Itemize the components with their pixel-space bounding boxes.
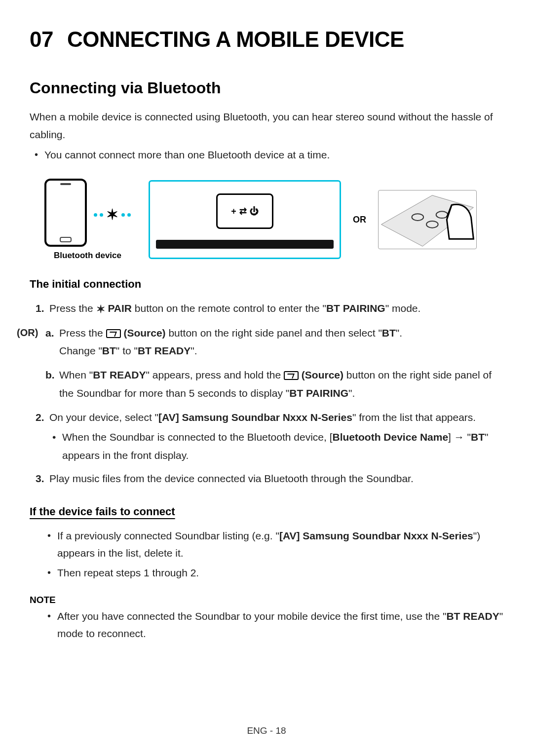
note-bullet: After you have connected the Soundbar to… xyxy=(57,607,503,643)
chapter-number: 07 xyxy=(30,27,53,51)
intro-text: When a mobile device is connected using … xyxy=(30,108,503,143)
step-2-bullets: When the Soundbar is connected to the Bl… xyxy=(49,428,503,465)
step-3: 3. Play music files from the device conn… xyxy=(49,470,503,488)
bluetooth-signal-icon: ✶ xyxy=(94,207,131,222)
bluetooth-device-illustration: ✶ Bluetooth device xyxy=(44,179,131,261)
source-icon xyxy=(106,329,121,338)
intro-bullet-list: You cannot connect more than one Bluetoo… xyxy=(30,146,503,164)
or-sub-steps: a. Press the (Source) button on the righ… xyxy=(45,324,503,403)
step-1: 1. Press the ✶ PAIR button on the remote… xyxy=(49,300,503,319)
phone-icon xyxy=(44,179,87,247)
bluetooth-pair-icon: ✶ xyxy=(96,300,105,319)
step-a: a. Press the (Source) button on the righ… xyxy=(59,324,503,361)
chapter-title-text: CONNECTING A MOBILE DEVICE xyxy=(67,27,404,51)
note-label: NOTE xyxy=(30,595,503,605)
document-page: 07CONNECTING A MOBILE DEVICE Connecting … xyxy=(0,0,533,643)
initial-connection-heading: The initial connection xyxy=(30,278,503,291)
chapter-title: 07CONNECTING A MOBILE DEVICE xyxy=(30,27,503,52)
bluetooth-device-caption: Bluetooth device xyxy=(54,251,121,261)
connection-diagram: ✶ Bluetooth device + ⇄ ⏻ OR xyxy=(30,179,503,261)
page-footer: ENG - 18 xyxy=(0,725,533,736)
tv-icon: + ⇄ ⏻ xyxy=(216,193,273,229)
side-panel-touch-illustration xyxy=(378,190,477,249)
section-title: Connecting via Bluetooth xyxy=(30,79,503,97)
or-marker: (OR) xyxy=(17,324,38,341)
source-icon: ⇄ xyxy=(239,206,247,217)
step-or: (OR) a. Press the (Source) button on the… xyxy=(49,324,503,403)
step-b: b. When "BT READY" appears, press and ho… xyxy=(59,366,503,403)
fails-list: If a previously connected Soundbar listi… xyxy=(30,527,503,582)
or-label: OR xyxy=(353,215,366,225)
note-list: After you have connected the Soundbar to… xyxy=(30,607,503,643)
soundbar-icon xyxy=(156,240,334,249)
source-icon xyxy=(284,371,299,380)
step-2: 2. On your device, select "[AV] Samsung … xyxy=(49,409,503,465)
instruction-list: 1. Press the ✶ PAIR button on the remote… xyxy=(30,300,503,488)
intro-bullet: You cannot connect more than one Bluetoo… xyxy=(44,146,503,164)
step-2-bullet: When the Soundbar is connected to the Bl… xyxy=(62,428,503,465)
fails-bullet-1: If a previously connected Soundbar listi… xyxy=(57,527,503,562)
soundbar-tv-illustration: + ⇄ ⏻ xyxy=(149,180,341,259)
fails-heading: If the device fails to connect xyxy=(30,505,503,518)
fails-bullet-2: Then repeat steps 1 through 2. xyxy=(57,564,503,582)
